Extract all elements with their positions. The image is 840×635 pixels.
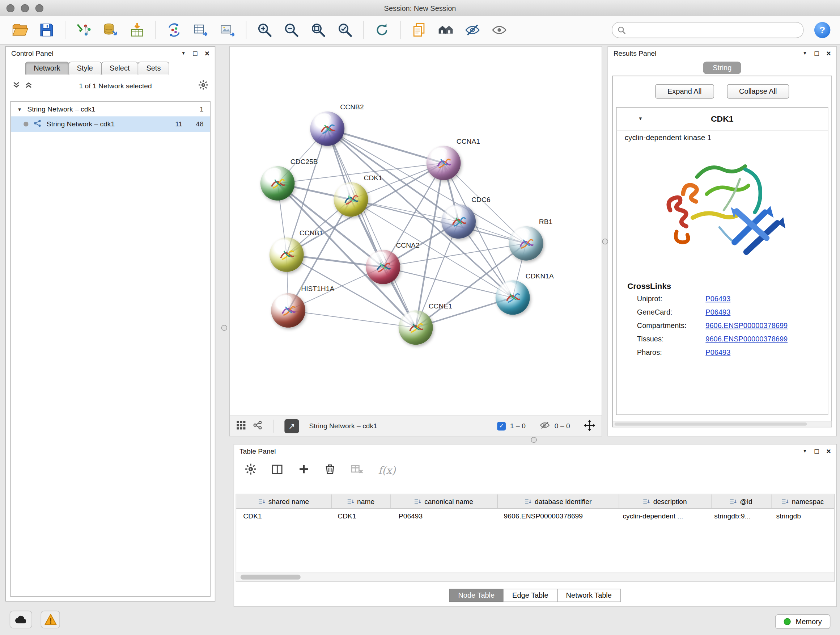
import-network-file-button[interactable] xyxy=(71,19,96,41)
export-image-button[interactable] xyxy=(215,19,240,41)
splitter-handle[interactable] xyxy=(531,437,537,443)
maximize-window-button[interactable] xyxy=(35,4,43,12)
table-settings-gear-icon[interactable] xyxy=(245,463,257,477)
table-row[interactable]: CDK1 CDK1 P06493 9606.ENSP00000378699 cy… xyxy=(236,509,834,523)
panel-float-icon[interactable]: □ xyxy=(193,49,197,57)
network-row-selected[interactable]: String Network – cdk1 11 48 xyxy=(11,116,210,132)
add-column-icon[interactable] xyxy=(298,463,309,477)
network-node-ccne1[interactable] xyxy=(399,310,433,345)
cell-description[interactable]: cyclin-dependent ... xyxy=(616,509,707,523)
network-node-rb1[interactable] xyxy=(509,226,543,261)
panel-close-icon[interactable]: × xyxy=(826,447,831,456)
import-table-button[interactable] xyxy=(125,19,149,41)
splitter-handle[interactable] xyxy=(602,239,608,244)
tab-sets[interactable]: Sets xyxy=(138,62,169,74)
column-header-shared-name[interactable]: shared name xyxy=(236,494,332,508)
refresh-view-button[interactable] xyxy=(370,19,394,41)
home-button[interactable] xyxy=(433,19,458,41)
panel-menu-icon[interactable]: ▼ xyxy=(803,51,807,56)
crosslink-pharos-link[interactable]: P06493 xyxy=(706,348,730,356)
search-input[interactable] xyxy=(630,25,798,35)
open-session-button[interactable] xyxy=(8,19,32,41)
network-node-cdkn1a[interactable] xyxy=(496,280,530,315)
collection-expander-icon[interactable]: ▼ xyxy=(17,106,22,112)
hide-details-button[interactable] xyxy=(460,19,485,41)
cell-shared-name[interactable]: CDK1 xyxy=(236,509,331,523)
gene-expander-icon[interactable]: ▼ xyxy=(638,116,643,121)
panel-close-icon[interactable]: × xyxy=(205,49,210,58)
results-horizontal-scrollbar[interactable] xyxy=(613,421,831,427)
export-table-button[interactable] xyxy=(188,19,213,41)
show-columns-icon[interactable] xyxy=(271,463,283,478)
panel-float-icon[interactable]: □ xyxy=(815,49,819,57)
cloud-status-button[interactable] xyxy=(10,611,32,629)
tab-select[interactable]: Select xyxy=(101,62,138,74)
help-button[interactable]: ? xyxy=(814,22,830,38)
panel-menu-icon[interactable]: ▼ xyxy=(803,449,807,454)
function-builder-icon[interactable]: f(x) xyxy=(378,464,396,476)
column-header-namespace[interactable]: namespac xyxy=(771,494,834,508)
tab-style[interactable]: Style xyxy=(68,62,102,74)
network-node-ccna1[interactable] xyxy=(426,146,461,180)
show-details-button[interactable] xyxy=(487,19,512,41)
network-node-ccna2[interactable] xyxy=(366,250,400,284)
column-header-canonical-name[interactable]: canonical name xyxy=(390,494,497,508)
network-collection-row[interactable]: ▼ String Network – cdk1 1 xyxy=(11,102,210,116)
crosslink-uniprot-link[interactable]: P06493 xyxy=(706,295,730,302)
delete-column-trash-icon[interactable] xyxy=(324,463,336,477)
cell-id[interactable]: stringdb:9... xyxy=(707,509,769,523)
network-share-icon[interactable] xyxy=(253,420,263,432)
zoom-selected-button[interactable] xyxy=(333,19,357,41)
expand-all-chevron-icon[interactable] xyxy=(25,81,33,91)
splitter-handle[interactable] xyxy=(221,325,227,331)
export-network-button[interactable] xyxy=(162,19,186,41)
import-network-database-button[interactable] xyxy=(98,19,123,41)
scrollbar-thumb[interactable] xyxy=(240,575,301,580)
warnings-button[interactable] xyxy=(41,611,60,629)
tab-string[interactable]: String xyxy=(703,62,741,74)
tab-network-table[interactable]: Network Table xyxy=(557,589,621,602)
tab-network[interactable]: Network xyxy=(25,62,69,74)
copy-document-button[interactable] xyxy=(407,19,431,41)
cell-canonical-name[interactable]: P06493 xyxy=(392,509,497,523)
expand-all-button[interactable]: Expand All xyxy=(655,84,714,99)
scrollbar-thumb[interactable] xyxy=(615,423,807,426)
save-session-button[interactable] xyxy=(34,19,59,41)
collapse-all-button[interactable]: Collapse All xyxy=(727,84,789,99)
crosslink-compartments-link[interactable]: 9606.ENSP00000378699 xyxy=(706,322,788,330)
crosslink-genecard-link[interactable]: P06493 xyxy=(706,309,730,317)
column-header-description[interactable]: description xyxy=(619,494,711,508)
column-header-id[interactable]: @id xyxy=(711,494,771,508)
cell-name[interactable]: CDK1 xyxy=(331,509,392,523)
memory-button[interactable]: Memory xyxy=(775,614,830,629)
column-header-name[interactable]: name xyxy=(332,494,390,508)
cell-database-identifier[interactable]: 9606.ENSP00000378699 xyxy=(497,509,616,523)
options-gear-icon[interactable] xyxy=(198,80,208,92)
network-canvas[interactable]: CCNB2CCNA1CDC25BCDK1CDC6RB1CCNB1CCNA2CDK… xyxy=(230,47,602,416)
crosslink-tissues-link[interactable]: 9606.ENSP00000378699 xyxy=(706,335,788,343)
zoom-fit-button[interactable] xyxy=(306,19,331,41)
zoom-in-button[interactable] xyxy=(253,19,277,41)
close-window-button[interactable] xyxy=(6,4,14,12)
grid-view-icon[interactable] xyxy=(236,420,246,432)
delete-table-icon[interactable] xyxy=(351,463,364,477)
panel-float-icon[interactable]: □ xyxy=(815,447,819,455)
tab-node-table[interactable]: Node Table xyxy=(449,589,504,602)
hidden-eye-slash-icon[interactable] xyxy=(539,420,550,432)
network-node-ccnb1[interactable] xyxy=(270,238,304,272)
network-node-ccnb2[interactable] xyxy=(310,111,344,146)
birds-eye-crosshair-icon[interactable] xyxy=(584,420,595,432)
network-node-cdk1[interactable] xyxy=(334,182,368,217)
tab-edge-table[interactable]: Edge Table xyxy=(503,589,557,602)
collapse-all-chevron-icon[interactable] xyxy=(12,81,20,91)
zoom-out-button[interactable] xyxy=(279,19,304,41)
panel-menu-icon[interactable]: ▼ xyxy=(181,51,186,56)
network-node-cdc25b[interactable] xyxy=(261,166,295,201)
network-node-cdc6[interactable] xyxy=(441,204,476,239)
column-header-database-identifier[interactable]: database identifier xyxy=(497,494,619,508)
minimize-window-button[interactable] xyxy=(21,4,29,12)
panel-close-icon[interactable]: × xyxy=(826,49,831,58)
network-node-hist1h1a[interactable] xyxy=(271,293,305,328)
open-in-new-window-button[interactable]: ↗ xyxy=(284,419,299,433)
selected-checkbox-icon[interactable]: ✓ xyxy=(497,422,506,431)
